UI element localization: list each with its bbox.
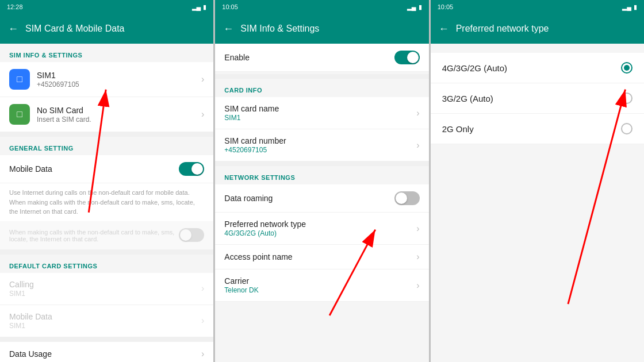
screen1-time: 12:28	[7, 3, 23, 10]
option-4g-radio[interactable]	[621, 62, 632, 74]
screen3-back-button[interactable]: ←	[439, 23, 449, 35]
screen3-toolbar: ← Preferred network type	[431, 14, 644, 44]
sim-card-name-chevron: ›	[416, 108, 419, 118]
screen3-content: 4G/3G/2G (Auto) 3G/2G (Auto) 2G Only	[431, 44, 644, 362]
no-sim-subtitle: Insert a SIM card.	[37, 115, 201, 124]
mobile-data-toggle[interactable]	[179, 162, 204, 176]
sim-card-name-text: SIM card name SIM1	[224, 104, 416, 122]
screen1-toolbar: ← SIM Card & Mobile Data	[0, 14, 213, 44]
screen2-toolbar: ← SIM Info & Settings	[215, 14, 428, 44]
no-sim-chevron: ›	[201, 109, 204, 120]
data-usage-item[interactable]: Data Usage ›	[0, 342, 213, 363]
preferred-network-chevron: ›	[416, 224, 419, 234]
sim-card-number-item[interactable]: SIM card number +4520697105 ›	[215, 129, 428, 161]
screen1-content: SIM INFO & SETTINGS □ SIM1 +4520697105 ›…	[0, 44, 213, 362]
screen2-signal-icon: ▂▄	[407, 3, 416, 11]
sim-card-number-chevron: ›	[416, 140, 419, 151]
access-point-text: Access point name	[224, 252, 416, 261]
carrier-chevron: ›	[416, 280, 419, 291]
no-sim-name: No SIM Card	[37, 106, 201, 115]
screen2-title: SIM Info & Settings	[240, 24, 319, 34]
mobile-data-card-value: SIM1	[9, 322, 201, 330]
access-point-label: Access point name	[224, 252, 416, 261]
sim-card-name-value: SIM1	[224, 114, 416, 122]
sim1-name: SIM1	[37, 71, 201, 80]
extra-toggle-item: When making calls with the non-default c…	[0, 221, 213, 250]
sim-info-section-header: SIM INFO & SETTINGS	[0, 44, 213, 62]
sim-card-number-value: +4520697105	[224, 146, 416, 154]
no-sim-item[interactable]: □ No SIM Card Insert a SIM card. ›	[0, 97, 213, 132]
calling-chevron: ›	[201, 283, 204, 294]
screen2-divider2	[215, 161, 428, 166]
toggle-knob	[191, 163, 203, 175]
sim1-text: SIM1 +4520697105	[37, 71, 201, 88]
preferred-network-value: 4G/3G/2G (Auto)	[224, 229, 416, 237]
screen3-time: 10:05	[438, 3, 454, 10]
sim-card-name-item[interactable]: SIM card name SIM1 ›	[215, 97, 428, 129]
enable-item[interactable]: Enable	[215, 44, 428, 72]
calling-item[interactable]: Calling SIM1 ›	[0, 273, 213, 305]
sim-card-number-label: SIM card number	[224, 136, 416, 145]
calling-value: SIM1	[9, 290, 201, 298]
carrier-label: Carrier	[224, 276, 416, 286]
option-2g-item[interactable]: 2G Only	[431, 114, 644, 144]
extra-toggle[interactable]	[179, 228, 204, 242]
extra-toggle-label: When making calls with the non-default c…	[9, 229, 179, 242]
option-3g-item[interactable]: 3G/2G (Auto)	[431, 83, 644, 114]
option-4g-label: 4G/3G/2G (Auto)	[442, 63, 507, 73]
divider1	[0, 132, 213, 137]
carrier-item[interactable]: Carrier Telenor DK ›	[215, 269, 428, 302]
mobile-data-item[interactable]: Mobile Data	[0, 155, 213, 183]
network-section-header: NETWORK SETTINGS	[215, 166, 428, 184]
option-2g-label: 2G Only	[442, 124, 474, 134]
sim1-icon: □	[9, 69, 30, 90]
no-sim-icon: □	[9, 104, 30, 125]
enable-toggle[interactable]	[394, 51, 420, 64]
option-3g-label: 3G/2G (Auto)	[442, 94, 493, 103]
signal-icon: ▂▄	[192, 3, 201, 11]
screen2-back-button[interactable]: ←	[223, 23, 233, 35]
data-roaming-toggle-knob	[396, 192, 407, 204]
data-roaming-toggle[interactable]	[394, 191, 420, 205]
sim1-number: +4520697105	[37, 80, 201, 88]
screen2-status-icons: ▂▄ ▮	[407, 3, 422, 11]
screen3-title: Preferred network type	[456, 24, 549, 34]
data-usage-chevron: ›	[201, 349, 204, 359]
option-2g-radio[interactable]	[621, 123, 632, 134]
no-sim-text: No SIM Card Insert a SIM card.	[37, 106, 201, 124]
mobile-data-text: Mobile Data	[9, 164, 179, 174]
mobile-data-desc: Use Internet during calls on the non-def…	[0, 183, 213, 221]
extra-toggle-text: When making calls with the non-default c…	[9, 228, 179, 242]
divider2	[0, 250, 213, 255]
card-info-section-header: CARD INFO	[215, 79, 428, 97]
screen2-status-bar: 10:05 ▂▄ ▮	[215, 0, 428, 14]
screen2: 10:05 ▂▄ ▮ ← SIM Info & Settings Enable	[215, 0, 430, 362]
mobile-data-card-chevron: ›	[201, 315, 204, 326]
mobile-data-card-item[interactable]: Mobile Data SIM1 ›	[0, 305, 213, 337]
screen3-signal-icon: ▂▄	[622, 3, 631, 11]
screen2-time: 10:05	[222, 3, 238, 10]
sim1-item[interactable]: □ SIM1 +4520697105 ›	[0, 62, 213, 97]
access-point-item[interactable]: Access point name ›	[215, 245, 428, 269]
carrier-value: Telenor DK	[224, 286, 416, 294]
preferred-network-item[interactable]: Preferred network type 4G/3G/2G (Auto) ›	[215, 213, 428, 245]
enable-label: Enable	[224, 53, 394, 62]
top-spacer	[431, 44, 644, 53]
option-4g-item[interactable]: 4G/3G/2G (Auto)	[431, 53, 644, 83]
calling-text: Calling SIM1	[9, 280, 201, 298]
data-roaming-label: Data roaming	[224, 194, 394, 203]
access-point-chevron: ›	[416, 252, 419, 262]
extra-toggle-knob	[180, 229, 191, 241]
option-4g-dot	[624, 65, 630, 71]
screen1: 12:28 ▂▄ ▮ ← SIM Card & Mobile Data SIM …	[0, 0, 215, 362]
preferred-network-text: Preferred network type 4G/3G/2G (Auto)	[224, 219, 416, 237]
carrier-text: Carrier Telenor DK	[224, 276, 416, 294]
divider3	[0, 337, 213, 342]
sim-card-name-label: SIM card name	[224, 104, 416, 113]
screen3-battery-icon: ▮	[634, 3, 637, 11]
option-3g-radio[interactable]	[621, 93, 632, 104]
data-roaming-item[interactable]: Data roaming	[215, 184, 428, 213]
screen1-back-button[interactable]: ←	[8, 23, 18, 35]
data-usage-text: Data Usage	[9, 349, 201, 359]
mobile-data-card-label: Mobile Data	[9, 312, 201, 321]
